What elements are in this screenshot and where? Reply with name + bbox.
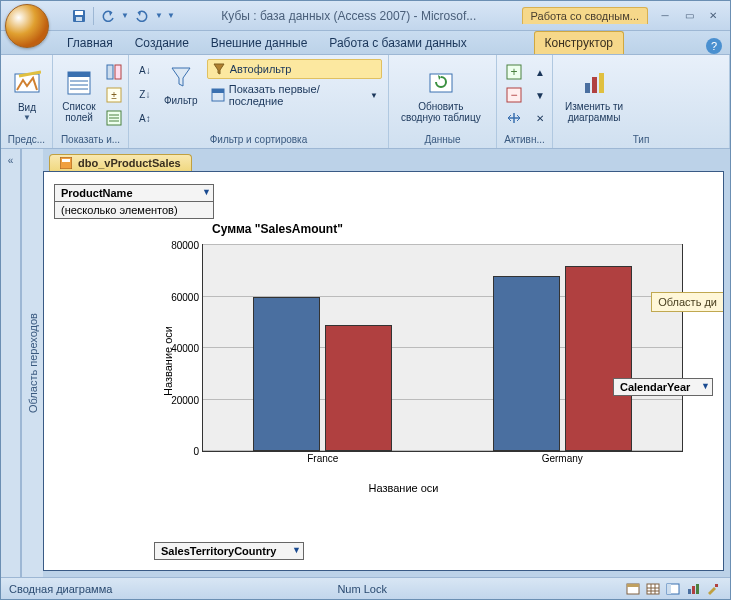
drillbuttons-button[interactable]: ±: [103, 84, 125, 106]
autofilter-icon: [212, 62, 226, 76]
view-icon: [11, 68, 43, 100]
view-datasheet-icon[interactable]: [644, 581, 662, 597]
svg-rect-9: [107, 65, 113, 79]
undo-button[interactable]: [98, 6, 118, 26]
dropdown-icon[interactable]: ▼: [292, 545, 301, 555]
help-button[interactable]: ?: [706, 38, 722, 54]
chart-area-tooltip: Область ди: [651, 292, 724, 312]
collapse-button[interactable]: −: [503, 84, 525, 106]
svg-rect-26: [599, 73, 604, 93]
y-tick: 0: [193, 446, 203, 457]
ribbon: Вид ▼ Предс... Список полей ± Показать и…: [1, 55, 730, 149]
x-tick: France: [307, 451, 338, 464]
svg-rect-41: [715, 584, 718, 587]
nav-pane-collapsed[interactable]: Область переходов: [21, 149, 43, 577]
showtop-button[interactable]: Показать первые/последние ▼: [207, 81, 382, 109]
svg-rect-39: [692, 586, 695, 594]
bar[interactable]: [325, 325, 392, 451]
hidedetails-button[interactable]: [103, 107, 125, 129]
tab-external[interactable]: Внешние данные: [201, 32, 318, 54]
bar[interactable]: [253, 297, 320, 452]
y-tick: 60000: [171, 291, 203, 302]
view-button[interactable]: Вид ▼: [7, 66, 47, 124]
bar[interactable]: [493, 276, 560, 451]
view-pivottable-icon[interactable]: [664, 581, 682, 597]
page-field-value[interactable]: (несколько элементов): [54, 202, 214, 219]
minimize-button[interactable]: ─: [654, 7, 676, 25]
titlebar: ▼ ▼ ▼ Кубы : база данных (Access 2007) -…: [1, 1, 730, 31]
changetype-button[interactable]: Изменить ти диаграммы: [559, 65, 629, 125]
svg-rect-37: [667, 584, 671, 594]
ribbon-tabs: Главная Создание Внешние данные Работа с…: [1, 31, 730, 55]
sort-desc-button[interactable]: Z↓: [135, 83, 155, 105]
autofilter-button[interactable]: Автофильтр: [207, 59, 382, 79]
dropzones-button[interactable]: [103, 61, 125, 83]
nav-pane-toggle[interactable]: «: [1, 149, 21, 577]
svg-rect-10: [115, 65, 121, 79]
bar[interactable]: [565, 266, 632, 451]
refresh-button[interactable]: Обновить сводную таблицу: [395, 65, 487, 125]
redo-button[interactable]: [132, 6, 152, 26]
chart: Сумма "SalesAmount" Название оси Названи…: [114, 222, 693, 500]
svg-text:+: +: [510, 65, 517, 79]
plot-area: 020000400006000080000FranceGermany: [202, 244, 683, 452]
qat-customize[interactable]: ▼: [166, 6, 176, 26]
expand-button[interactable]: +: [503, 61, 525, 83]
dropdown-icon[interactable]: ▼: [701, 381, 710, 391]
svg-rect-5: [68, 72, 90, 77]
status-numlock: Num Lock: [337, 583, 387, 595]
fieldlist-button[interactable]: Список полей: [59, 65, 99, 125]
category-field-dropzone[interactable]: SalesTerritoryCountry ▼: [154, 542, 304, 560]
filter-button[interactable]: Фильтр: [159, 59, 203, 108]
chart-icon: [578, 67, 610, 99]
window-title: Кубы : база данных (Access 2007) - Micro…: [176, 9, 522, 23]
clear-sort-button[interactable]: A↕: [135, 107, 155, 129]
maximize-button[interactable]: ▭: [678, 7, 700, 25]
y-tick: 80000: [171, 240, 203, 251]
tab-home[interactable]: Главная: [57, 32, 123, 54]
document-tab[interactable]: dbo_vProductSales: [49, 154, 192, 171]
svg-rect-38: [688, 589, 691, 594]
svg-rect-2: [76, 17, 82, 21]
funnel-icon: [165, 61, 197, 93]
save-button[interactable]: [69, 6, 89, 26]
dropdown-icon[interactable]: ▼: [202, 187, 211, 197]
view-pivotchart-icon[interactable]: [684, 581, 702, 597]
y-tick: 20000: [171, 394, 203, 405]
pivotchart-canvas[interactable]: ProductName ▼ (несколько элементов) Сумм…: [43, 171, 724, 571]
remove-button[interactable]: ✕: [529, 107, 551, 129]
svg-rect-24: [585, 83, 590, 93]
svg-rect-31: [647, 584, 659, 594]
svg-rect-28: [62, 159, 70, 162]
y-axis-label: Название оси: [162, 326, 174, 396]
office-button[interactable]: [5, 4, 49, 48]
tab-design[interactable]: Конструктор: [534, 31, 624, 54]
svg-rect-1: [75, 11, 83, 15]
tab-create[interactable]: Создание: [125, 32, 199, 54]
tab-dbtools[interactable]: Работа с базами данных: [319, 32, 476, 54]
workspace: « Область переходов dbo_vProductSales Pr…: [1, 149, 730, 577]
contextual-tab-label: Работа со сводным...: [522, 7, 648, 24]
close-button[interactable]: ✕: [702, 7, 724, 25]
form-icon: [60, 157, 72, 169]
svg-rect-27: [60, 157, 72, 169]
showtop-icon: [211, 88, 225, 102]
svg-rect-40: [696, 584, 699, 594]
demote-button[interactable]: ▼: [529, 84, 551, 106]
series-field-dropzone[interactable]: CalendarYear ▼: [613, 378, 713, 396]
sort-asc-button[interactable]: A↓: [135, 59, 155, 81]
svg-rect-30: [627, 584, 639, 587]
page-field-dropzone[interactable]: ProductName ▼: [54, 184, 214, 202]
quick-access-toolbar: ▼ ▼ ▼: [69, 6, 176, 26]
undo-dropdown[interactable]: ▼: [120, 6, 130, 26]
x-axis-label: Название оси: [369, 482, 439, 494]
redo-dropdown[interactable]: ▼: [154, 6, 164, 26]
svg-rect-25: [592, 77, 597, 93]
chart-title: Сумма "SalesAmount": [212, 222, 693, 236]
view-design-icon[interactable]: [704, 581, 722, 597]
y-tick: 40000: [171, 343, 203, 354]
movefield-button[interactable]: [503, 107, 525, 129]
view-form-icon[interactable]: [624, 581, 642, 597]
x-tick: Germany: [542, 451, 583, 464]
promote-button[interactable]: ▲: [529, 61, 551, 83]
